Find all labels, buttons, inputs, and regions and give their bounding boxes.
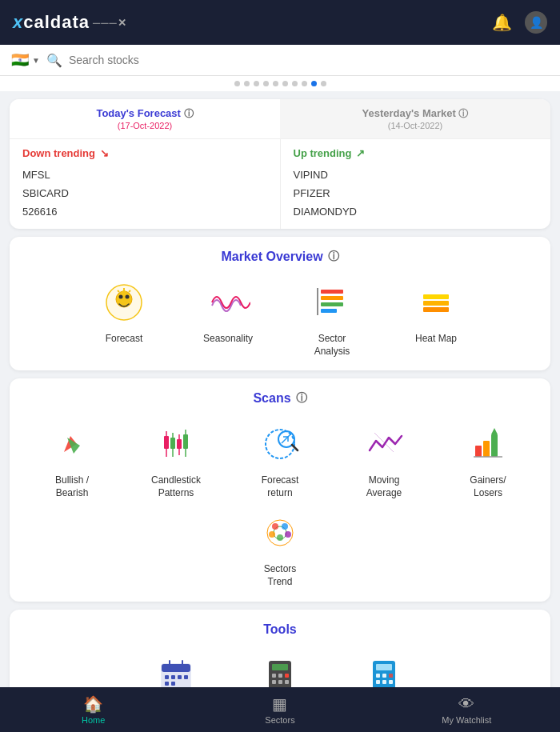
- heat-map-icon: [410, 277, 462, 328]
- svg-rect-13: [423, 294, 449, 299]
- stock-item[interactable]: MFSL: [22, 166, 267, 184]
- scans-title: Scans ⓘ: [22, 391, 538, 406]
- svg-rect-10: [321, 302, 343, 306]
- dot-8[interactable]: [302, 81, 307, 86]
- search-input[interactable]: [69, 54, 549, 66]
- app-logo: xcaldata ───✕: [13, 12, 127, 33]
- flag-icon: 🇮🇳: [11, 51, 29, 69]
- home-icon: 🏠: [83, 694, 103, 714]
- carousel-dots: [0, 76, 560, 91]
- moving-average-item[interactable]: MovingAverage: [336, 418, 432, 499]
- svg-point-40: [277, 534, 283, 541]
- up-trending-label: Up trending ↗: [294, 147, 538, 159]
- svg-rect-59: [278, 680, 282, 684]
- svg-line-7: [118, 290, 119, 292]
- svg-rect-49: [178, 675, 182, 679]
- nav-sectors[interactable]: ▦ Sectors: [186, 694, 373, 725]
- country-selector[interactable]: 🇮🇳 ▼: [11, 51, 40, 69]
- svg-rect-60: [285, 680, 289, 684]
- seasonality-label: Seasonality: [203, 333, 253, 346]
- dot-3[interactable]: [254, 81, 259, 86]
- stock-item[interactable]: SBICARD: [22, 184, 267, 202]
- scans-grid: Bullish /Bearish Candlestic: [22, 418, 538, 588]
- sectors-trend-item[interactable]: SectorsTrend: [232, 507, 328, 588]
- profile-icon[interactable]: 👤: [525, 11, 547, 34]
- dot-9[interactable]: [311, 81, 317, 86]
- sectors-trend-label: SectorsTrend: [264, 563, 297, 588]
- seasonality-item[interactable]: Seasonality: [180, 277, 276, 358]
- search-bar: 🇮🇳 ▼ 🔍: [0, 45, 560, 76]
- heat-map-item[interactable]: Heat Map: [388, 277, 484, 358]
- svg-rect-33: [491, 434, 498, 457]
- candlestick-icon: [150, 418, 202, 470]
- svg-rect-11: [321, 309, 337, 313]
- scans-section: Scans ⓘ Bullish /Bearish: [10, 378, 550, 601]
- svg-rect-21: [170, 438, 175, 449]
- svg-rect-19: [164, 436, 169, 449]
- today-forecast-date: (17-Oct-2022): [16, 121, 274, 130]
- tools-title: Tools: [22, 622, 538, 637]
- svg-rect-50: [184, 675, 188, 679]
- sectors-icon: ▦: [272, 694, 287, 714]
- down-trending-label: Down trending ↘: [22, 147, 267, 159]
- svg-rect-58: [272, 680, 276, 684]
- forecast-icon: [98, 277, 150, 328]
- forecast-return-label: Forecastreturn: [262, 474, 299, 499]
- svg-line-6: [129, 290, 130, 292]
- yesterday-market-title: Yesterday's Market ⓘ: [286, 107, 544, 121]
- svg-rect-9: [321, 296, 343, 300]
- svg-rect-57: [285, 674, 289, 678]
- dot-4[interactable]: [263, 81, 269, 86]
- svg-rect-23: [177, 439, 182, 449]
- moving-average-label: MovingAverage: [366, 474, 402, 499]
- svg-point-38: [272, 523, 278, 530]
- nav-watchlist[interactable]: 👁 My Watchlist: [374, 695, 560, 725]
- app-header: xcaldata ───✕ 🔔 👤: [0, 0, 560, 45]
- svg-point-3: [126, 295, 130, 299]
- sectors-label: Sectors: [265, 715, 294, 725]
- svg-line-29: [282, 434, 291, 443]
- heat-map-label: Heat Map: [415, 333, 457, 346]
- candlestick-item[interactable]: CandlestickPatterns: [128, 418, 224, 499]
- forecast-item[interactable]: Forecast: [76, 277, 172, 358]
- today-forecast-tab[interactable]: Today's Forecast ⓘ (17-Oct-2022): [10, 99, 280, 138]
- stock-item[interactable]: VIPIND: [294, 166, 538, 184]
- svg-rect-8: [321, 290, 343, 294]
- notification-icon[interactable]: 🔔: [492, 13, 512, 32]
- sectors-trend-icon: [254, 507, 306, 558]
- stock-item[interactable]: DIAMONDYD: [294, 202, 538, 221]
- dot-2[interactable]: [244, 81, 250, 86]
- moving-average-icon: [358, 418, 410, 470]
- dot-5[interactable]: [273, 81, 278, 86]
- info-icon: ⓘ: [328, 250, 339, 264]
- stock-item[interactable]: PFIZER: [294, 184, 538, 202]
- gainers-losers-label: Gainers/Losers: [470, 474, 506, 499]
- candlestick-label: CandlestickPatterns: [151, 474, 201, 499]
- forecast-label: Forecast: [106, 333, 143, 346]
- svg-point-39: [282, 523, 288, 530]
- down-trending-col: Down trending ↘ MFSL SBICARD 526616: [10, 139, 281, 229]
- yesterday-market-tab[interactable]: Yesterday's Market ⓘ (14-Oct-2022): [280, 99, 550, 138]
- bullish-bearish-label: Bullish /Bearish: [55, 474, 89, 499]
- svg-rect-55: [272, 674, 276, 678]
- svg-rect-67: [382, 680, 386, 684]
- sector-analysis-item[interactable]: SectorAnalysis: [284, 277, 380, 358]
- forecast-return-item[interactable]: Forecastreturn: [232, 418, 328, 499]
- bottom-navigation: 🏠 Home ▦ Sectors 👁 My Watchlist: [0, 687, 560, 732]
- dot-6[interactable]: [282, 81, 288, 86]
- dot-7[interactable]: [292, 81, 298, 86]
- svg-rect-51: [165, 682, 169, 686]
- svg-rect-56: [278, 674, 282, 678]
- chevron-down-icon: ▼: [32, 56, 40, 65]
- dot-1[interactable]: [234, 81, 240, 86]
- dot-10[interactable]: [321, 81, 326, 86]
- search-icon: 🔍: [46, 53, 62, 68]
- bullish-bearish-item[interactable]: Bullish /Bearish: [24, 418, 120, 499]
- svg-rect-32: [483, 441, 490, 457]
- today-forecast-title: Today's Forecast ⓘ: [16, 107, 274, 121]
- gainers-losers-item[interactable]: Gainers/Losers: [440, 418, 536, 499]
- watchlist-icon: 👁: [458, 695, 474, 714]
- gainers-losers-icon: [462, 418, 514, 470]
- stock-item[interactable]: 526616: [22, 202, 267, 221]
- nav-home[interactable]: 🏠 Home: [0, 694, 186, 725]
